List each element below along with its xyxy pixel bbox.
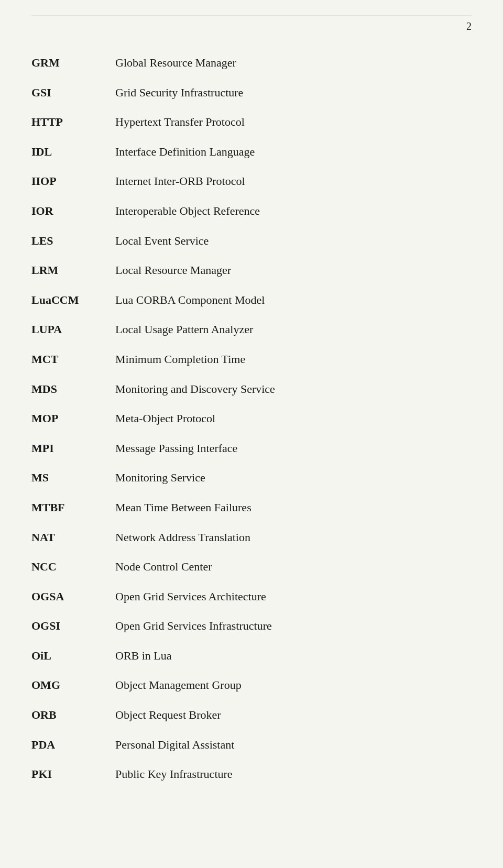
table-row: HTTPHypertext Transfer Protocol (31, 107, 472, 137)
definition-cell: Hypertext Transfer Protocol (115, 107, 472, 137)
table-row: IDLInterface Definition Language (31, 137, 472, 167)
top-rule (31, 16, 472, 16)
table-row: MCTMinimum Completion Time (31, 345, 472, 375)
acronym-cell: OMG (31, 671, 115, 700)
acronym-cell: IOR (31, 196, 115, 226)
table-row: NCCNode Control Center (31, 552, 472, 582)
acronym-cell: OGSI (31, 611, 115, 641)
table-row: OiLORB in Lua (31, 641, 472, 671)
definition-cell: Local Usage Pattern Analyzer (115, 315, 472, 345)
table-row: LUPALocal Usage Pattern Analyzer (31, 315, 472, 345)
definition-cell: Mean Time Between Failures (115, 493, 472, 523)
acronym-cell: MDS (31, 375, 115, 404)
definition-cell: Object Management Group (115, 671, 472, 700)
table-row: IORInteroperable Object Reference (31, 196, 472, 226)
acronym-cell: MPI (31, 434, 115, 464)
acronym-cell: NCC (31, 552, 115, 582)
acronym-cell: IDL (31, 137, 115, 167)
table-row: GSIGrid Security Infrastructure (31, 78, 472, 108)
acronym-cell: NAT (31, 523, 115, 553)
definition-cell: Personal Digital Assistant (115, 730, 472, 760)
table-row: OGSAOpen Grid Services Architecture (31, 582, 472, 612)
table-row: GRMGlobal Resource Manager (31, 48, 472, 78)
table-row: LRMLocal Resource Manager (31, 256, 472, 285)
table-row: MPIMessage Passing Interface (31, 434, 472, 464)
definition-cell: Object Request Broker (115, 700, 472, 730)
definition-cell: Internet Inter-ORB Protocol (115, 167, 472, 196)
acronym-cell: IIOP (31, 167, 115, 196)
table-row: LuaCCMLua CORBA Component Model (31, 285, 472, 315)
table-row: PDAPersonal Digital Assistant (31, 730, 472, 760)
definition-cell: Local Resource Manager (115, 256, 472, 285)
definition-cell: ORB in Lua (115, 641, 472, 671)
acronym-cell: HTTP (31, 107, 115, 137)
table-row: LESLocal Event Service (31, 226, 472, 256)
page-container: 2 GRMGlobal Resource ManagerGSIGrid Secu… (0, 0, 503, 868)
table-row: MTBFMean Time Between Failures (31, 493, 472, 523)
definition-cell: Monitoring and Discovery Service (115, 375, 472, 404)
definition-cell: Lua CORBA Component Model (115, 285, 472, 315)
definition-cell: Network Address Translation (115, 523, 472, 553)
acronym-cell: PKI (31, 760, 115, 789)
definition-cell: Node Control Center (115, 552, 472, 582)
definition-cell: Grid Security Infrastructure (115, 78, 472, 108)
table-row: OGSIOpen Grid Services Infrastructure (31, 611, 472, 641)
table-row: OMGObject Management Group (31, 671, 472, 700)
definition-cell: Open Grid Services Architecture (115, 582, 472, 612)
definition-cell: Interface Definition Language (115, 137, 472, 167)
table-row: NATNetwork Address Translation (31, 523, 472, 553)
acronym-cell: LUPA (31, 315, 115, 345)
table-row: IIOPInternet Inter-ORB Protocol (31, 167, 472, 196)
definition-cell: Interoperable Object Reference (115, 196, 472, 226)
definition-cell: Meta-Object Protocol (115, 404, 472, 434)
definition-cell: Monitoring Service (115, 463, 472, 493)
definition-cell: Global Resource Manager (115, 48, 472, 78)
table-row: ORBObject Request Broker (31, 700, 472, 730)
acronym-cell: MOP (31, 404, 115, 434)
acronym-cell: GSI (31, 78, 115, 108)
acronym-table: GRMGlobal Resource ManagerGSIGrid Securi… (31, 48, 472, 789)
acronym-cell: OiL (31, 641, 115, 671)
definition-cell: Minimum Completion Time (115, 345, 472, 375)
table-row: MOPMeta-Object Protocol (31, 404, 472, 434)
acronym-cell: MTBF (31, 493, 115, 523)
page-number: 2 (31, 20, 472, 32)
acronym-cell: MCT (31, 345, 115, 375)
acronym-cell: LRM (31, 256, 115, 285)
acronym-cell: LuaCCM (31, 285, 115, 315)
table-row: MDSMonitoring and Discovery Service (31, 375, 472, 404)
definition-cell: Open Grid Services Infrastructure (115, 611, 472, 641)
acronym-cell: MS (31, 463, 115, 493)
acronym-cell: LES (31, 226, 115, 256)
table-row: MSMonitoring Service (31, 463, 472, 493)
definition-cell: Public Key Infrastructure (115, 760, 472, 789)
acronym-cell: ORB (31, 700, 115, 730)
definition-cell: Message Passing Interface (115, 434, 472, 464)
acronym-cell: PDA (31, 730, 115, 760)
definition-cell: Local Event Service (115, 226, 472, 256)
acronym-cell: GRM (31, 48, 115, 78)
table-row: PKIPublic Key Infrastructure (31, 760, 472, 789)
acronym-cell: OGSA (31, 582, 115, 612)
